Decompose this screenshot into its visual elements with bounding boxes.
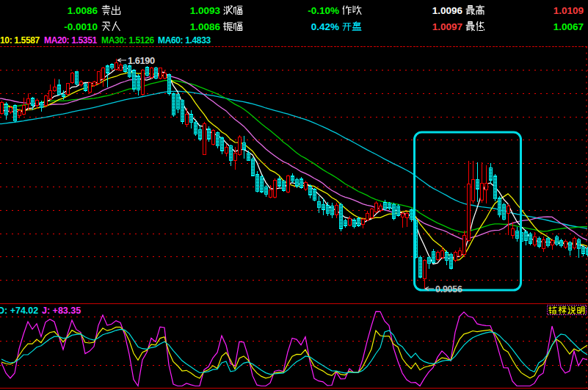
svg-text:0.9056: 0.9056 <box>435 284 462 295</box>
svg-text:J: +83.35: J: +83.35 <box>42 306 81 316</box>
svg-text:0.42%: 0.42% <box>311 21 339 32</box>
svg-text:-0.0010: -0.0010 <box>64 21 98 32</box>
svg-text:MA30: 1.5126: MA30: 1.5126 <box>101 35 155 46</box>
svg-text:1.0109: 1.0109 <box>553 5 584 16</box>
svg-text:10: 1.5587: 10: 1.5587 <box>0 35 40 46</box>
svg-text:MA20: 1.5351: MA20: 1.5351 <box>44 35 98 46</box>
svg-text:-0.10%: -0.10% <box>308 5 339 16</box>
svg-text:1.0086: 1.0086 <box>68 5 98 16</box>
svg-text:1.0093: 1.0093 <box>190 5 221 16</box>
svg-text:D: +74.02: D: +74.02 <box>0 306 38 316</box>
svg-text:1.0096: 1.0096 <box>432 5 463 16</box>
svg-text:MA60: 1.4833: MA60: 1.4833 <box>158 35 211 46</box>
svg-text:1.0067: 1.0067 <box>553 21 584 32</box>
svg-text:1.0086: 1.0086 <box>190 21 221 32</box>
svg-text:1.6190: 1.6190 <box>128 55 155 66</box>
svg-text:1.0097: 1.0097 <box>432 21 462 32</box>
